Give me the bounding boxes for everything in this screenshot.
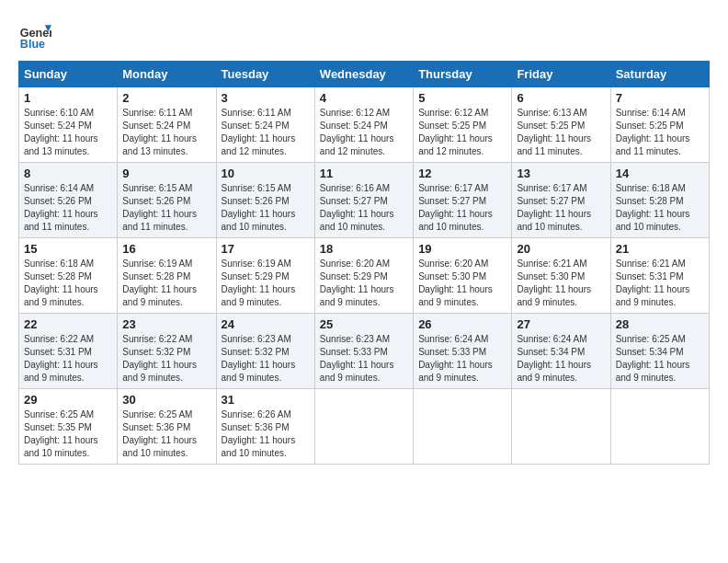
calendar-cell: 1Sunrise: 6:10 AMSunset: 5:24 PMDaylight… (19, 87, 118, 163)
day-info: Sunrise: 6:12 AMSunset: 5:25 PMDaylight:… (418, 107, 506, 158)
day-number: 24 (222, 317, 310, 331)
day-of-week-header: Thursday (414, 62, 512, 87)
day-of-week-header: Monday (118, 62, 216, 87)
calendar-cell: 14Sunrise: 6:18 AMSunset: 5:28 PMDayligh… (610, 163, 709, 238)
day-number: 10 (222, 167, 310, 180)
day-info: Sunrise: 6:16 AMSunset: 5:27 PMDaylight:… (320, 182, 408, 234)
calendar-week-row: 22Sunrise: 6:22 AMSunset: 5:31 PMDayligh… (19, 314, 710, 389)
calendar-cell: 4Sunrise: 6:12 AMSunset: 5:24 PMDaylight… (314, 87, 413, 163)
day-number: 30 (122, 393, 210, 407)
day-number: 29 (24, 393, 112, 407)
day-number: 11 (320, 167, 408, 180)
calendar-cell: 12Sunrise: 6:17 AMSunset: 5:27 PMDayligh… (414, 163, 512, 238)
day-number: 19 (418, 242, 506, 256)
day-info: Sunrise: 6:17 AMSunset: 5:27 PMDaylight:… (517, 182, 605, 234)
day-number: 12 (418, 167, 506, 180)
day-number: 22 (24, 317, 112, 331)
day-of-week-header: Friday (512, 62, 610, 87)
calendar-cell: 19Sunrise: 6:20 AMSunset: 5:30 PMDayligh… (414, 238, 512, 314)
page-header: General Blue (18, 18, 710, 52)
logo-icon: General Blue (18, 18, 51, 52)
day-number: 27 (517, 317, 605, 331)
day-info: Sunrise: 6:12 AMSunset: 5:24 PMDaylight:… (320, 107, 408, 158)
day-info: Sunrise: 6:20 AMSunset: 5:29 PMDaylight:… (320, 258, 408, 309)
day-info: Sunrise: 6:26 AMSunset: 5:36 PMDaylight:… (222, 408, 310, 460)
day-info: Sunrise: 6:14 AMSunset: 5:26 PMDaylight:… (24, 182, 112, 234)
day-number: 7 (616, 91, 704, 105)
day-info: Sunrise: 6:15 AMSunset: 5:26 PMDaylight:… (122, 182, 210, 234)
calendar-cell: 27Sunrise: 6:24 AMSunset: 5:34 PMDayligh… (512, 314, 610, 389)
day-number: 26 (418, 317, 506, 331)
day-number: 5 (418, 91, 506, 105)
day-number: 6 (517, 91, 605, 105)
day-of-week-header: Saturday (610, 62, 709, 87)
day-info: Sunrise: 6:18 AMSunset: 5:28 PMDaylight:… (24, 258, 112, 309)
day-info: Sunrise: 6:23 AMSunset: 5:32 PMDaylight:… (222, 333, 310, 385)
day-number: 20 (517, 242, 605, 256)
calendar-cell (414, 389, 512, 465)
day-info: Sunrise: 6:21 AMSunset: 5:30 PMDaylight:… (517, 258, 605, 309)
day-info: Sunrise: 6:15 AMSunset: 5:26 PMDaylight:… (222, 182, 310, 234)
day-number: 15 (24, 242, 112, 256)
calendar-week-row: 29Sunrise: 6:25 AMSunset: 5:35 PMDayligh… (19, 389, 710, 465)
calendar-cell: 10Sunrise: 6:15 AMSunset: 5:26 PMDayligh… (216, 163, 314, 238)
calendar-table: SundayMondayTuesdayWednesdayThursdayFrid… (18, 61, 710, 465)
day-of-week-header: Sunday (19, 62, 118, 87)
day-info: Sunrise: 6:19 AMSunset: 5:28 PMDaylight:… (122, 258, 210, 309)
calendar-cell: 22Sunrise: 6:22 AMSunset: 5:31 PMDayligh… (19, 314, 118, 389)
calendar-cell: 23Sunrise: 6:22 AMSunset: 5:32 PMDayligh… (118, 314, 216, 389)
calendar-body: 1Sunrise: 6:10 AMSunset: 5:24 PMDaylight… (19, 87, 710, 465)
calendar-week-row: 8Sunrise: 6:14 AMSunset: 5:26 PMDaylight… (19, 163, 710, 238)
calendar-cell: 31Sunrise: 6:26 AMSunset: 5:36 PMDayligh… (216, 389, 314, 465)
day-number: 3 (222, 91, 310, 105)
calendar-cell: 24Sunrise: 6:23 AMSunset: 5:32 PMDayligh… (216, 314, 314, 389)
day-number: 9 (122, 167, 210, 180)
day-number: 8 (24, 167, 112, 180)
day-number: 18 (320, 242, 408, 256)
calendar-cell (610, 389, 709, 465)
day-number: 16 (122, 242, 210, 256)
calendar-cell: 26Sunrise: 6:24 AMSunset: 5:33 PMDayligh… (414, 314, 512, 389)
calendar-cell: 2Sunrise: 6:11 AMSunset: 5:24 PMDaylight… (118, 87, 216, 163)
calendar-cell: 7Sunrise: 6:14 AMSunset: 5:25 PMDaylight… (610, 87, 709, 163)
day-number: 17 (222, 242, 310, 256)
day-info: Sunrise: 6:11 AMSunset: 5:24 PMDaylight:… (122, 107, 210, 158)
day-info: Sunrise: 6:22 AMSunset: 5:32 PMDaylight:… (122, 333, 210, 385)
day-of-week-header: Wednesday (314, 62, 413, 87)
day-info: Sunrise: 6:24 AMSunset: 5:34 PMDaylight:… (517, 333, 605, 385)
day-of-week-header: Tuesday (216, 62, 314, 87)
day-number: 31 (222, 393, 310, 407)
day-number: 4 (320, 91, 408, 105)
day-number: 21 (616, 242, 704, 256)
day-info: Sunrise: 6:18 AMSunset: 5:28 PMDaylight:… (616, 182, 704, 234)
day-info: Sunrise: 6:13 AMSunset: 5:25 PMDaylight:… (517, 107, 605, 158)
day-info: Sunrise: 6:25 AMSunset: 5:35 PMDaylight:… (24, 408, 112, 460)
calendar-cell: 16Sunrise: 6:19 AMSunset: 5:28 PMDayligh… (118, 238, 216, 314)
day-number: 14 (616, 167, 704, 180)
calendar-cell: 18Sunrise: 6:20 AMSunset: 5:29 PMDayligh… (314, 238, 413, 314)
calendar-header-row: SundayMondayTuesdayWednesdayThursdayFrid… (19, 62, 710, 87)
calendar-cell: 28Sunrise: 6:25 AMSunset: 5:34 PMDayligh… (610, 314, 709, 389)
calendar-cell: 5Sunrise: 6:12 AMSunset: 5:25 PMDaylight… (414, 87, 512, 163)
calendar-cell: 8Sunrise: 6:14 AMSunset: 5:26 PMDaylight… (19, 163, 118, 238)
day-number: 28 (616, 317, 704, 331)
day-info: Sunrise: 6:17 AMSunset: 5:27 PMDaylight:… (418, 182, 506, 234)
day-info: Sunrise: 6:20 AMSunset: 5:30 PMDaylight:… (418, 258, 506, 309)
day-info: Sunrise: 6:25 AMSunset: 5:36 PMDaylight:… (122, 408, 210, 460)
calendar-cell: 20Sunrise: 6:21 AMSunset: 5:30 PMDayligh… (512, 238, 610, 314)
calendar-week-row: 1Sunrise: 6:10 AMSunset: 5:24 PMDaylight… (19, 87, 710, 163)
day-info: Sunrise: 6:23 AMSunset: 5:33 PMDaylight:… (320, 333, 408, 385)
day-number: 13 (517, 167, 605, 180)
calendar-cell (512, 389, 610, 465)
calendar-cell: 17Sunrise: 6:19 AMSunset: 5:29 PMDayligh… (216, 238, 314, 314)
calendar-cell: 13Sunrise: 6:17 AMSunset: 5:27 PMDayligh… (512, 163, 610, 238)
day-info: Sunrise: 6:25 AMSunset: 5:34 PMDaylight:… (616, 333, 704, 385)
day-number: 25 (320, 317, 408, 331)
logo: General Blue (18, 18, 51, 52)
calendar-cell: 21Sunrise: 6:21 AMSunset: 5:31 PMDayligh… (610, 238, 709, 314)
calendar-cell: 3Sunrise: 6:11 AMSunset: 5:24 PMDaylight… (216, 87, 314, 163)
calendar-cell: 15Sunrise: 6:18 AMSunset: 5:28 PMDayligh… (19, 238, 118, 314)
day-number: 1 (24, 91, 112, 105)
day-info: Sunrise: 6:21 AMSunset: 5:31 PMDaylight:… (616, 258, 704, 309)
day-number: 2 (122, 91, 210, 105)
